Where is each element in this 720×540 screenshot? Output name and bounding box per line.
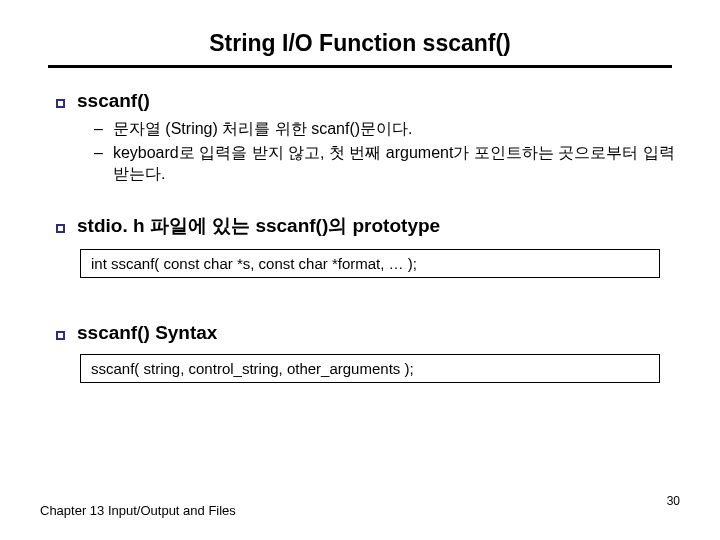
dash-icon: – [94,142,103,164]
section1-sub2: – keyboard로 입력을 받지 않고, 첫 번째 argument가 포인… [94,142,680,185]
footer-chapter: Chapter 13 Input/Output and Files [40,503,236,518]
section1-sublist: – 문자열 (String) 처리를 위한 scanf()문이다. – keyb… [94,118,680,185]
section1-sub2-text: keyboard로 입력을 받지 않고, 첫 번째 argument가 포인트하… [113,142,680,185]
bullet-square-icon [56,224,65,233]
section2-code: int sscanf( const char *s, const char *f… [91,255,417,272]
section3-heading: sscanf() Syntax [40,322,680,344]
bullet-square-icon [56,331,65,340]
section3-text: sscanf() Syntax [77,322,217,344]
page-number: 30 [667,494,680,508]
section1-text: sscanf() [77,90,150,112]
section2-text: stdio. h 파일에 있는 sscanf()의 prototype [77,213,440,239]
section1-sub1-text: 문자열 (String) 처리를 위한 scanf()문이다. [113,118,413,140]
slide-title: String I/O Function sscanf() [40,30,680,57]
title-underline [48,65,672,68]
section2-heading: stdio. h 파일에 있는 sscanf()의 prototype [40,213,680,239]
section2-codebox: int sscanf( const char *s, const char *f… [80,249,660,278]
section3-codebox: sscanf( string, control_string, other_ar… [80,354,660,383]
section1-sub1: – 문자열 (String) 처리를 위한 scanf()문이다. [94,118,680,140]
bullet-square-icon [56,99,65,108]
dash-icon: – [94,118,103,140]
section1-heading: sscanf() [40,90,680,112]
section3-code: sscanf( string, control_string, other_ar… [91,360,414,377]
